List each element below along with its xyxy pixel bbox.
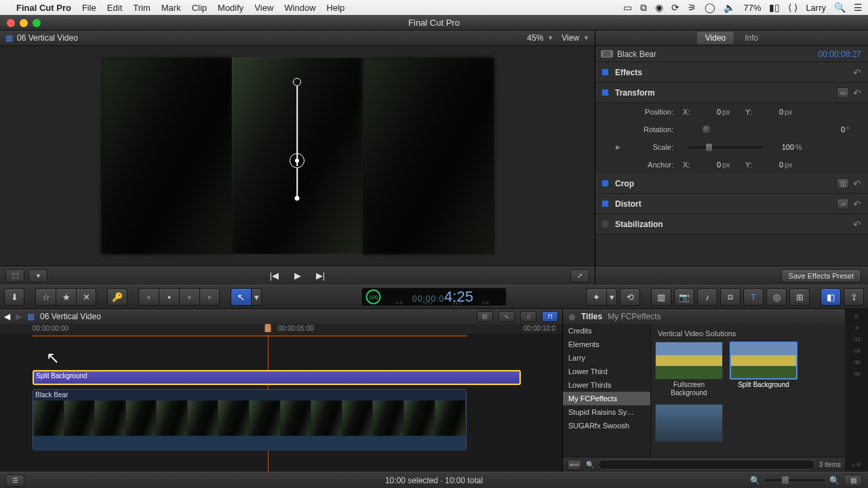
menu-mark[interactable]: Mark bbox=[161, 3, 181, 13]
sidebar-item-elements[interactable]: Elements bbox=[563, 338, 650, 351]
timeline-ruler[interactable]: 00:00:00:00 00:00:05:00 00:00:10:0 bbox=[0, 324, 562, 335]
transform-enabled-icon[interactable] bbox=[602, 89, 608, 96]
themes-browser-button[interactable]: ⊞ bbox=[789, 288, 810, 306]
menu-window[interactable]: Window bbox=[284, 3, 315, 13]
background-tasks-icon[interactable]: 100 bbox=[366, 289, 381, 304]
thumb-split-background[interactable]: Split Background bbox=[730, 342, 797, 397]
save-effects-preset-button[interactable]: Save Effects Preset bbox=[781, 269, 861, 283]
position-x-value[interactable]: 0 bbox=[695, 108, 721, 116]
fullscreen-button[interactable]: ⤢ bbox=[570, 269, 589, 283]
close-window-button[interactable] bbox=[7, 19, 15, 27]
insert-button[interactable]: ▪ bbox=[159, 288, 179, 306]
audio-meters[interactable]: 0 -6 -12 -18 -30 -50 L R bbox=[845, 309, 868, 472]
viewer-zoom-value[interactable]: 45% bbox=[527, 33, 543, 43]
timeline-back-icon[interactable]: ◀ bbox=[4, 312, 10, 321]
chat-icon[interactable]: ◯ bbox=[705, 2, 715, 13]
crop-onscreen-button[interactable]: ◫ bbox=[837, 178, 849, 189]
zoom-slider[interactable] bbox=[764, 479, 825, 481]
section-distort[interactable]: Distort ▱ ↶ bbox=[595, 194, 868, 214]
thumb-extra[interactable] bbox=[655, 404, 723, 442]
menu-clip[interactable]: Clip bbox=[192, 3, 207, 13]
anchor-handle-icon[interactable] bbox=[290, 153, 304, 168]
transform-caret-button[interactable]: ▾ bbox=[28, 269, 47, 283]
reset-icon[interactable]: ↶ bbox=[853, 219, 861, 230]
overwrite-button[interactable]: ▫ bbox=[199, 288, 220, 306]
view-menu-label[interactable]: View bbox=[561, 33, 579, 43]
nav-icon[interactable]: ⟨ ⟩ bbox=[788, 2, 797, 13]
menu-view[interactable]: View bbox=[254, 3, 273, 13]
timeline-index-button[interactable]: ☰ bbox=[5, 474, 24, 487]
fav-on-button[interactable]: ★ bbox=[56, 288, 76, 306]
music-browser-button[interactable]: ♪ bbox=[697, 288, 717, 306]
enhance-button[interactable]: ✦ bbox=[586, 288, 606, 306]
timeline-body[interactable]: ↖ Split Background Black Bear bbox=[0, 335, 562, 472]
rotation-dial[interactable] bbox=[702, 125, 711, 134]
effects-browser-button[interactable]: ▥ bbox=[651, 288, 671, 306]
transitions-browser-button[interactable]: ⧈ bbox=[720, 288, 741, 306]
keyword-button[interactable]: 🔑 bbox=[107, 288, 127, 306]
browser-search-input[interactable] bbox=[598, 460, 815, 470]
play-button[interactable]: ▶ bbox=[288, 268, 308, 283]
reject-button[interactable]: ✕ bbox=[76, 288, 96, 306]
viewer-canvas[interactable] bbox=[0, 46, 595, 266]
append-button[interactable]: ▫ bbox=[179, 288, 199, 306]
solo-button[interactable]: ♫ bbox=[520, 311, 536, 322]
close-icon[interactable]: ⊗ bbox=[568, 312, 576, 322]
snap-button[interactable]: ⊓ bbox=[542, 311, 558, 322]
zoom-out-icon[interactable]: 🔍 bbox=[750, 476, 760, 485]
menu-icon[interactable]: ☰ bbox=[854, 2, 863, 13]
playhead-handle[interactable] bbox=[265, 324, 271, 332]
enhance-caret-button[interactable]: ▾ bbox=[606, 288, 617, 306]
sidebar-item-lower-third[interactable]: Lower Third bbox=[563, 365, 650, 378]
arrow-tool-button[interactable]: ↖ bbox=[231, 288, 251, 306]
distort-enabled-icon[interactable] bbox=[602, 201, 608, 207]
wifi-icon[interactable]: ⚞ bbox=[688, 2, 696, 13]
zoom-caret-icon[interactable]: ▼ bbox=[547, 35, 553, 41]
scale-slider[interactable] bbox=[688, 146, 763, 148]
thumb-fullscreen-background[interactable]: Fullscreen Background bbox=[655, 342, 723, 397]
browser-back-button[interactable]: ⟸ bbox=[567, 460, 582, 470]
volume-icon[interactable]: 🔈 bbox=[724, 2, 735, 13]
audio-skim-button[interactable]: ∿ bbox=[498, 311, 515, 322]
titles-browser-button[interactable]: T bbox=[743, 288, 764, 306]
section-stabilization[interactable]: Stabilization ↶ bbox=[595, 214, 868, 235]
reset-icon[interactable]: ↶ bbox=[853, 199, 861, 209]
menu-edit[interactable]: Edit bbox=[107, 3, 122, 13]
rotation-value[interactable]: 0 bbox=[819, 125, 845, 134]
inspector-toggle-button[interactable]: ◧ bbox=[821, 288, 841, 306]
dropbox-icon[interactable]: ⧉ bbox=[640, 2, 647, 14]
share-button[interactable]: ⇪ bbox=[844, 288, 864, 306]
generators-browser-button[interactable]: ◎ bbox=[766, 288, 787, 306]
menu-help[interactable]: Help bbox=[327, 3, 345, 13]
clip-audio-lane[interactable] bbox=[33, 436, 466, 451]
zoom-window-button[interactable] bbox=[33, 19, 41, 27]
reset-icon[interactable]: ↶ bbox=[853, 178, 861, 189]
skimming-button[interactable]: ⊟ bbox=[477, 311, 493, 322]
prev-frame-button[interactable]: |◀ bbox=[264, 268, 285, 283]
viewer-center-panel[interactable] bbox=[232, 58, 363, 254]
position-y-value[interactable]: 0 bbox=[757, 108, 783, 116]
import-button[interactable]: ⬇ bbox=[4, 288, 24, 306]
menu-trim[interactable]: Trim bbox=[133, 3, 151, 13]
stabilization-enabled-icon[interactable] bbox=[602, 221, 608, 227]
photos-browser-button[interactable]: 📷 bbox=[674, 288, 694, 306]
section-effects[interactable]: Effects ↶ bbox=[595, 62, 868, 83]
reset-icon[interactable]: ↶ bbox=[853, 67, 861, 78]
menu-modify[interactable]: Modify bbox=[218, 3, 243, 13]
sidebar-item-larry[interactable]: Larry bbox=[563, 351, 650, 365]
anchor-x-value[interactable]: 0 bbox=[695, 161, 721, 169]
spotlight-icon[interactable]: 🔍 bbox=[834, 2, 846, 13]
sidebar-item-my-fcpeffects[interactable]: My FCPeffects bbox=[563, 392, 650, 405]
disclosure-icon[interactable]: ▶ bbox=[616, 144, 623, 150]
search-icon[interactable]: 🔍 bbox=[586, 461, 594, 468]
app-name[interactable]: Final Cut Pro bbox=[16, 3, 71, 13]
distort-onscreen-button[interactable]: ▱ bbox=[837, 199, 849, 209]
transform-onscreen-button[interactable]: ▭ bbox=[837, 87, 849, 98]
rotation-handle-icon[interactable] bbox=[293, 78, 301, 86]
user-name[interactable]: Larry bbox=[806, 3, 826, 13]
connect-button[interactable]: ▫ bbox=[138, 288, 159, 306]
minimize-window-button[interactable] bbox=[20, 19, 28, 27]
retime-button[interactable]: ⟲ bbox=[620, 288, 640, 306]
clip-black-bear[interactable]: Black Bear bbox=[33, 389, 467, 450]
evernote-icon[interactable]: ◉ bbox=[655, 2, 663, 13]
